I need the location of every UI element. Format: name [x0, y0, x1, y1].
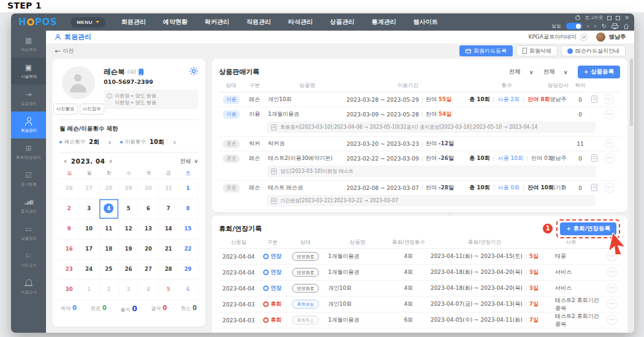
sales-filter-1[interactable]: 전체∨	[509, 68, 534, 76]
logout-link[interactable]: 로그아웃	[585, 15, 603, 21]
more-button[interactable]: ···	[604, 94, 615, 105]
forward-icon[interactable]: ›	[594, 23, 597, 29]
calendar-day[interactable]: 16	[59, 240, 79, 260]
sidebar-item[interactable]: ▭ 상품관리	[11, 219, 46, 246]
calendar-day[interactable]: 3	[119, 280, 139, 300]
photo-capture-button[interactable]: 사진촬영	[53, 104, 78, 115]
printer-icon[interactable]	[611, 23, 618, 29]
scrollbar-thumb[interactable]	[630, 59, 633, 126]
calendar-day[interactable]: 3	[79, 199, 99, 219]
calendar-next-icon[interactable]: ›	[105, 157, 117, 165]
settings-gear-icon[interactable]	[190, 66, 198, 78]
nav-item[interactable]: 직원관리	[247, 18, 271, 26]
calendar-day[interactable]: 4	[139, 280, 158, 300]
nav-item[interactable]: 타석관리	[288, 18, 313, 26]
calendar-day[interactable]: 2	[59, 199, 79, 219]
calendar-day[interactable]: 17	[79, 240, 99, 260]
calendar-day[interactable]: 28	[99, 179, 119, 199]
back-icon[interactable]: ‹	[587, 23, 589, 29]
maximize-window-icon[interactable]	[616, 16, 620, 20]
calendar-day[interactable]: 13	[139, 219, 158, 240]
calendar-day[interactable]: 23	[59, 260, 79, 280]
calendar-day[interactable]: 12	[119, 219, 139, 240]
restore-window-icon[interactable]	[607, 16, 611, 20]
nav-item[interactable]: 통계관리	[372, 18, 396, 26]
calendar-day[interactable]: 19	[119, 240, 139, 260]
sidebar-item[interactable]: M 이용안내	[11, 273, 46, 300]
calendar-day[interactable]: 20	[139, 240, 158, 260]
sidebar-item[interactable]: ⇥ 입장관리	[11, 85, 46, 112]
calendar-day[interactable]: 1	[178, 179, 198, 199]
calendar-day[interactable]: 30	[59, 280, 79, 300]
more-button[interactable]: ···	[604, 109, 615, 119]
sales-filter-2[interactable]: 전체∨	[543, 68, 568, 76]
calendar-day[interactable]: 6	[139, 199, 158, 219]
calendar-prev-icon[interactable]: ‹	[59, 157, 71, 165]
photo-attach-button[interactable]: 사진첨부	[80, 104, 104, 115]
delete-member-button[interactable]: 회원삭제	[516, 45, 558, 56]
calendar-day[interactable]: 15	[178, 219, 198, 240]
more-button[interactable]: ···	[604, 138, 615, 149]
hopos-logo[interactable]: HPOS	[18, 17, 57, 28]
more-button[interactable]: ···	[604, 183, 615, 193]
avatar[interactable]	[596, 32, 605, 42]
calendar-day[interactable]: 7	[158, 199, 178, 219]
sidebar-item[interactable]: ☑ 문서현황	[11, 165, 46, 192]
register-member-card-button[interactable]: 회원카드등록	[459, 45, 513, 56]
nav-item[interactable]: 웹사이트	[413, 18, 438, 26]
calendar-filter-select[interactable]: 전체 ∨	[180, 157, 198, 165]
nav-item[interactable]: 회원관리	[121, 18, 146, 26]
lesson-card-guide-button[interactable]: 레슨카드설치안내	[561, 45, 626, 56]
chevron-down-icon[interactable]: ∨	[173, 140, 177, 145]
sidebar-item[interactable]: ⚐ 기타공지	[11, 246, 46, 273]
calendar-day[interactable]: 29	[178, 260, 198, 280]
sidebar-item[interactable]: ▦ 레슨예약	[11, 31, 46, 58]
nav-item[interactable]: 락커관리	[205, 18, 229, 26]
alarm-toggle[interactable]	[566, 23, 582, 29]
sidebar-item[interactable]: 회원관리	[11, 112, 46, 138]
more-button[interactable]: ···	[607, 315, 617, 325]
calendar-day[interactable]: 26	[119, 260, 139, 280]
nav-item[interactable]: 상품관리	[330, 18, 355, 26]
refresh-icon[interactable]: ↻	[602, 23, 607, 29]
calendar-day[interactable]: 5	[119, 199, 139, 219]
chevron-down-icon[interactable]: ∨	[108, 140, 112, 145]
document-icon[interactable]	[591, 154, 597, 162]
calendar-day[interactable]: 25	[99, 260, 119, 280]
calendar-day[interactable]: 24	[79, 260, 99, 280]
back-link[interactable]: ← 이전	[55, 47, 74, 55]
calendar-day[interactable]: 5	[158, 280, 178, 300]
calendar-day[interactable]: 28	[158, 260, 178, 280]
calendar-day[interactable]: 18	[99, 240, 119, 260]
home-icon[interactable]	[623, 23, 629, 29]
calendar-day[interactable]: 4	[99, 199, 119, 219]
calendar-day[interactable]: 31	[158, 179, 178, 199]
calendar-day[interactable]: 9	[59, 219, 79, 240]
calendar-day[interactable]: 27	[79, 179, 99, 199]
calendar-day[interactable]: 10	[79, 219, 99, 240]
close-window-icon[interactable]: ✕	[624, 15, 629, 21]
more-button[interactable]: ···	[604, 153, 615, 164]
more-button[interactable]: ···	[607, 283, 617, 293]
calendar-day[interactable]: 14	[158, 219, 178, 240]
calendar-day[interactable]: 6	[178, 280, 198, 300]
sidebar-item[interactable]: ▂▅▇ 통계관리	[11, 192, 46, 219]
more-button[interactable]: ···	[607, 299, 617, 309]
switch-store-icon[interactable]: ⇄	[580, 34, 588, 41]
calendar-day[interactable]: 2	[99, 280, 119, 300]
lesson-count-select[interactable]: 2회	[89, 138, 99, 146]
more-button[interactable]: ···	[607, 267, 617, 278]
use-count-select[interactable]: 10회	[150, 138, 164, 146]
sidebar-item[interactable]: ▣ 시설예약	[11, 58, 46, 85]
calendar-day[interactable]: 22	[178, 240, 198, 260]
calendar-day[interactable]: 11	[99, 219, 119, 240]
sidebar-item[interactable]: ⊞ 휴회/연장관리	[11, 138, 46, 165]
document-icon[interactable]	[591, 184, 597, 191]
scrollbar-track[interactable]	[629, 58, 634, 333]
calendar-day[interactable]: 27	[139, 260, 158, 280]
add-product-button[interactable]: + 상품등록	[578, 66, 620, 78]
calendar-day[interactable]: 21	[158, 240, 178, 260]
calendar-day[interactable]: 29	[119, 179, 139, 199]
nav-item[interactable]: 예약현황	[163, 18, 188, 26]
calendar-day[interactable]: 1	[79, 280, 99, 300]
